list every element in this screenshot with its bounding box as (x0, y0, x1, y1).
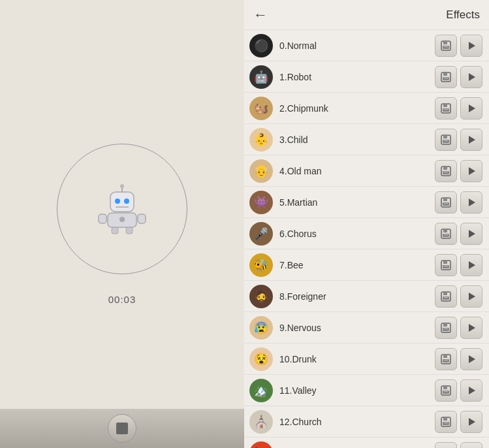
svg-rect-34 (443, 171, 449, 174)
svg-rect-59 (443, 328, 449, 331)
svg-point-1 (115, 199, 120, 204)
svg-rect-70 (444, 391, 448, 392)
effect-icon: ⚫ (249, 34, 273, 57)
effect-row: 🧔8.Foreigner (244, 281, 489, 312)
effect-icon: 😰 (249, 316, 273, 340)
save-icon (440, 40, 452, 52)
play-button[interactable] (460, 35, 482, 57)
svg-rect-19 (443, 77, 449, 80)
svg-rect-45 (444, 234, 448, 235)
effect-row: 👶3.Child (244, 124, 489, 155)
save-button[interactable] (435, 160, 457, 182)
effect-action-buttons (435, 254, 482, 276)
effect-row: 🎤6.Chorus (244, 218, 489, 249)
effect-row: 🐿️2.Chipmunk (244, 93, 489, 124)
play-icon (465, 197, 477, 208)
effect-name: 10.Drunk (279, 354, 435, 364)
effect-action-buttons (435, 35, 482, 57)
effect-name: 12.Church (279, 417, 435, 427)
effect-action-buttons (435, 97, 482, 120)
save-button[interactable] (435, 66, 457, 88)
save-button[interactable] (435, 129, 457, 151)
effect-name: 9.Nervous (279, 323, 435, 333)
effect-icon: ⛪ (249, 410, 273, 434)
play-button[interactable] (460, 379, 482, 402)
svg-point-11 (119, 217, 125, 222)
effect-action-buttons (435, 223, 482, 245)
play-button[interactable] (460, 411, 482, 433)
svg-marker-31 (469, 136, 475, 144)
svg-marker-21 (469, 73, 475, 81)
svg-rect-63 (443, 355, 447, 358)
svg-marker-36 (469, 167, 475, 175)
svg-rect-23 (443, 104, 447, 107)
save-button[interactable] (435, 223, 457, 245)
save-button[interactable] (435, 379, 457, 402)
play-button[interactable] (460, 254, 482, 276)
back-button[interactable]: ← (253, 8, 268, 22)
svg-rect-7 (99, 214, 106, 223)
play-icon (465, 40, 477, 52)
svg-marker-41 (469, 199, 475, 206)
svg-rect-64 (443, 359, 449, 362)
svg-rect-44 (443, 234, 449, 237)
play-button[interactable] (460, 317, 482, 339)
effect-icon: 👴 (249, 159, 273, 183)
save-icon (440, 134, 452, 146)
effect-action-buttons (435, 160, 482, 182)
robot-icon (96, 183, 148, 235)
save-button[interactable] (435, 348, 457, 370)
save-button[interactable] (435, 35, 457, 57)
svg-marker-66 (469, 355, 475, 363)
svg-rect-49 (443, 265, 449, 268)
save-icon (440, 322, 452, 334)
save-button[interactable] (435, 411, 457, 433)
svg-rect-54 (443, 296, 449, 300)
effect-icon: 🎤 (249, 222, 273, 246)
effect-action-buttons (435, 411, 482, 433)
svg-rect-25 (444, 109, 448, 110)
svg-rect-30 (444, 140, 448, 141)
effect-action-buttons (435, 129, 482, 151)
play-button[interactable] (460, 285, 482, 308)
save-icon (440, 71, 452, 83)
effect-action-buttons (435, 379, 482, 402)
svg-rect-14 (443, 46, 449, 49)
svg-rect-40 (444, 203, 448, 204)
stop-button[interactable] (108, 414, 136, 443)
save-icon (440, 259, 452, 271)
play-icon (465, 291, 477, 302)
effect-action-buttons (435, 442, 482, 449)
svg-rect-43 (443, 229, 447, 232)
svg-marker-71 (469, 387, 475, 394)
effect-row: 👾5.Martian (244, 187, 489, 218)
save-icon (440, 228, 452, 240)
effect-row: 😰9.Nervous (244, 312, 489, 344)
svg-rect-73 (443, 417, 447, 421)
save-button[interactable] (435, 317, 457, 339)
svg-rect-18 (443, 72, 447, 76)
save-button[interactable] (435, 254, 457, 276)
save-button[interactable] (435, 285, 457, 308)
save-icon (440, 103, 452, 114)
play-button[interactable] (460, 129, 482, 151)
save-button[interactable] (435, 442, 457, 449)
svg-rect-74 (443, 422, 449, 425)
play-button[interactable] (460, 223, 482, 245)
save-icon (440, 353, 452, 365)
save-button[interactable] (435, 191, 457, 214)
right-panel: ← Effects ⚫0.Normal 🤖1.Robot 🐿️2.Chipmun… (244, 0, 489, 448)
effect-name: 5.Martian (279, 197, 435, 208)
timer-display: 00:03 (108, 294, 136, 305)
play-button[interactable] (460, 160, 482, 182)
play-button[interactable] (460, 348, 482, 370)
svg-rect-48 (443, 261, 447, 264)
effect-name: 4.Old man (279, 166, 435, 176)
play-button[interactable] (460, 191, 482, 214)
play-button[interactable] (460, 66, 482, 88)
play-icon (465, 259, 477, 271)
effect-icon: 📞 (249, 441, 273, 449)
play-button[interactable] (460, 442, 482, 449)
save-button[interactable] (435, 97, 457, 120)
play-button[interactable] (460, 97, 482, 120)
